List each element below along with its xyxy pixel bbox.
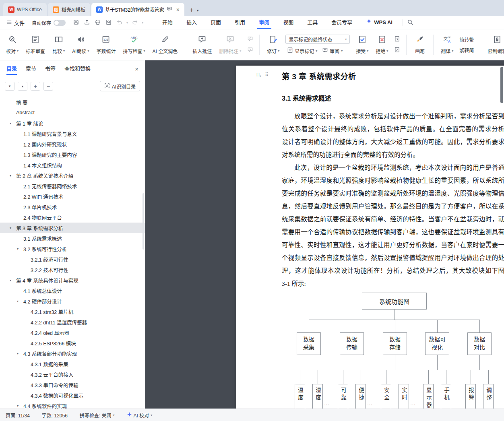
menu-tab-tools[interactable]: 工具 [300, 16, 324, 29]
drag-handle-icon[interactable]: ⠿ [265, 72, 269, 78]
new-tab-button[interactable]: + [190, 6, 194, 14]
toc-item[interactable]: ▾4.4 系统软件的实现 [0, 400, 145, 409]
chevron-down-icon[interactable]: ▾ [17, 299, 19, 303]
toc-item[interactable]: 2.2 WiFi 通讯技术 [0, 191, 145, 202]
toc-item[interactable]: 4.2.5 ESP8266 模块 [0, 338, 145, 348]
chevron-down-icon[interactable]: ▾ [17, 404, 19, 408]
sidebar-tab-bookmarks[interactable]: 书签 [45, 60, 56, 77]
delete-comment-button[interactable]: 删除批注▾ [216, 32, 244, 58]
next-comment-button[interactable] [246, 46, 255, 54]
undo-dropdown-caret-icon[interactable]: ▾ [126, 21, 128, 25]
toc-item[interactable]: 4.3.4 数据的可视化显示 [0, 390, 145, 400]
tab-docer-ai-templates[interactable]: 稻 稻壳AI模板 [48, 3, 90, 16]
toc-item[interactable]: ▾第 2 章 系统关键技术介绍 [0, 170, 145, 181]
toc-item[interactable]: 3.2.2 技术可行性 [0, 264, 145, 275]
menu-tab-home[interactable]: 开始 [155, 16, 180, 29]
track-changes-button[interactable]: 修订▾ [264, 32, 282, 58]
expand-button[interactable]: ▴ [18, 82, 27, 91]
toc-item[interactable]: 4.2.4 oled 显示器 [0, 327, 145, 338]
chevron-down-icon[interactable]: ▾ [10, 122, 11, 125]
search-icon[interactable] [407, 19, 413, 27]
chevron-down-icon[interactable]: ▾ [17, 352, 19, 355]
next-change-button[interactable] [392, 46, 402, 54]
toc-item[interactable]: 1.4 本文组织结构 [0, 160, 145, 170]
ai-polish-button[interactable]: AI 全文润色 [149, 32, 180, 58]
decrease-button[interactable]: − [43, 82, 53, 91]
toc-item[interactable]: ▾第 3 章 系统需求分析 [0, 223, 145, 233]
toc-item[interactable]: 4.2.1 stm32 单片机 [0, 306, 145, 317]
toc-item[interactable]: 2.4 物联网云平台 [0, 212, 145, 223]
review-pane-button[interactable]: 审阅▾ [320, 47, 344, 55]
toc-item[interactable]: 4.1 系统总体设计 [0, 285, 145, 296]
toc-item[interactable]: 3.1 系统需求概述 [0, 233, 145, 244]
increase-button[interactable]: + [31, 82, 40, 91]
compare-button[interactable]: 比较▾ [50, 32, 68, 58]
toc-item[interactable]: ▾第 4 章 系统具体设计与实现 [0, 275, 145, 285]
toc-item[interactable]: 2.1 无线传感器网络技术 [0, 181, 145, 191]
menu-tab-insert[interactable]: 插入 [180, 16, 204, 29]
menu-tab-member[interactable]: 会员专享 [324, 16, 359, 29]
sidebar-tab-chapters[interactable]: 章节 [26, 60, 36, 77]
tab-current-document[interactable]: W 基于STM32的智能盆栽管家 × [91, 3, 184, 16]
chevron-down-icon[interactable]: ▾ [10, 174, 11, 177]
restrict-edit-button[interactable]: 限制编辑 [485, 32, 504, 58]
toc-item[interactable]: 1.1 课题研究背景与意义 [0, 128, 145, 139]
spellcheck-status[interactable]: 拼写检查: 关闭 ▾ [80, 412, 115, 419]
toc-item[interactable]: ▾第 1 章 绪论 [0, 118, 145, 128]
chevron-down-icon[interactable]: ▾ [10, 279, 11, 282]
reject-button[interactable]: 拒绝▾ [373, 32, 391, 58]
chevron-down-icon[interactable]: ▾ [10, 226, 11, 230]
ink-button[interactable]: 画笔 [411, 32, 429, 58]
toc-item[interactable]: 4.3.1 数据的采集 [0, 359, 145, 369]
document-page[interactable]: H₁ ⠿ 第 3 章 系统需求分析 3.1 系统需求概述 放眼整个设计，系统需求… [236, 66, 504, 409]
toc-item[interactable]: ▾4.3 系统各部分功能实现 [0, 348, 145, 359]
translate-button[interactable]: 文A翻译▾ [438, 32, 456, 58]
ai-read-button[interactable]: AI朗读▾ [69, 32, 92, 58]
insert-comment-button[interactable]: 插入批注 [190, 32, 215, 58]
toc-item[interactable]: Abstract [0, 107, 145, 118]
close-tab-icon[interactable]: × [176, 6, 180, 13]
to-traditional-button[interactable]: 简转繁 [458, 36, 475, 43]
prev-change-button[interactable] [392, 35, 402, 43]
print-preview-button[interactable] [105, 18, 113, 27]
to-simplified-button[interactable]: 繁转简 [458, 46, 475, 54]
word-count[interactable]: 字数: 12056 [42, 412, 68, 419]
toc-item[interactable]: 3.2.1 经济可行性 [0, 254, 145, 264]
tab-wps-office[interactable]: W WPS Office [3, 3, 47, 16]
menu-tab-review[interactable]: 审阅 [252, 16, 276, 29]
toc-item[interactable]: ▾4.2 硬件部分设计 [0, 296, 145, 306]
standard-review-button[interactable]: 标准审查 [23, 32, 48, 58]
spellcheck-button[interactable]: ABC拼写检查▾ [120, 32, 148, 58]
tab-list-caret-icon[interactable]: ▾ [197, 8, 199, 12]
toc-item[interactable]: 1.3 课题研究的主要内容 [0, 149, 145, 160]
close-sidebar-icon[interactable]: × [135, 66, 138, 72]
menu-tab-page[interactable]: 页面 [204, 16, 228, 29]
show-markup-button[interactable]: 显示标记▾ [285, 47, 319, 55]
prev-comment-button[interactable] [246, 35, 255, 43]
page-indicator[interactable]: 页面: 11/34 [6, 412, 30, 419]
redo-button[interactable] [131, 18, 139, 27]
display-state-select[interactable]: 显示标记的最终状态▾ [285, 35, 350, 44]
sidebar-tab-toc[interactable]: 目录 [6, 60, 17, 77]
accept-button[interactable]: 接受▾ [353, 32, 371, 58]
print-button[interactable] [94, 18, 102, 27]
menu-tab-reference[interactable]: 引用 [228, 16, 252, 29]
undo-button[interactable] [116, 18, 124, 27]
toc-item[interactable]: 4.3.2 云平台的接入 [0, 369, 145, 380]
toc-item[interactable]: 2.3 单片机技术 [0, 202, 145, 212]
redo-dropdown-caret-icon[interactable]: ▾ [142, 21, 143, 25]
ai-proofread[interactable]: AI 校对 ▾ [127, 412, 153, 419]
toc-item[interactable]: 4.3.3 串口命令的传输 [0, 380, 145, 390]
menu-tab-wps-ai[interactable]: WPS AI [359, 16, 399, 29]
ai-recognize-toc-button[interactable]: AI识别目录 [100, 81, 140, 91]
chevron-down-icon[interactable]: ▾ [17, 247, 19, 251]
export-button[interactable] [83, 18, 91, 27]
toc-item[interactable]: 1.2 国内外研究现状 [0, 139, 145, 149]
toc-item[interactable]: 4.2.2 dht11 温湿度传感器 [0, 317, 145, 327]
menu-tab-view[interactable]: 视图 [276, 16, 300, 29]
toc-item[interactable]: 摘 要 [0, 97, 145, 107]
save-button[interactable] [72, 18, 80, 27]
autosave-toggle[interactable] [54, 20, 66, 26]
file-menu-button[interactable]: 文件 [5, 19, 26, 27]
sidebar-tab-find-replace[interactable]: 查找和替换 [64, 60, 91, 77]
